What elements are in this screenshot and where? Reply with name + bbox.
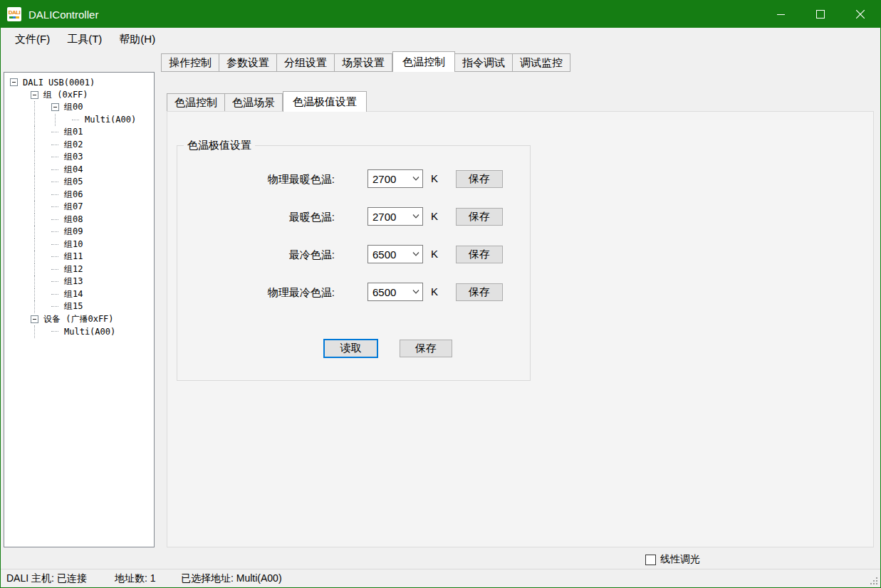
tree-item[interactable]: 组09 xyxy=(4,226,154,238)
tree-label: 组13 xyxy=(64,275,83,288)
tree-item[interactable]: 组12 xyxy=(4,263,154,276)
tree-branch-dash-icon xyxy=(51,231,62,232)
tree-item[interactable]: 设备 (广播0xFF) xyxy=(4,313,154,326)
tree-indent xyxy=(10,176,31,189)
linear-dimming-checkbox[interactable] xyxy=(645,555,656,565)
tree-item[interactable]: Multi(A00) xyxy=(4,114,154,127)
tree-item[interactable]: Multi(A00) xyxy=(4,325,154,338)
tree-label: 组02 xyxy=(64,139,83,151)
row-save-button[interactable]: 保存 xyxy=(456,208,503,226)
field-label: 物理最冷色温: xyxy=(177,286,335,300)
tree-item[interactable]: 组00 xyxy=(4,101,154,114)
tree-label: Multi(A00) xyxy=(64,327,115,337)
maximize-icon[interactable] xyxy=(801,1,840,28)
menu-item-2[interactable]: 帮助(H) xyxy=(110,29,164,50)
menu-item-0[interactable]: 文件(F) xyxy=(6,29,58,50)
row-save-button[interactable]: 保存 xyxy=(456,170,503,188)
tree-indent xyxy=(10,164,31,177)
tree-label: 组12 xyxy=(64,263,83,275)
tree-indent xyxy=(10,275,31,288)
temperature-combo[interactable]: 2700 xyxy=(367,169,423,188)
device-tree: DALI USB(0001)组 (0xFF)组00Multi(A00)组01组0… xyxy=(4,72,155,547)
read-button[interactable]: 读取 xyxy=(323,339,378,358)
tree-item[interactable]: 组11 xyxy=(4,251,154,263)
tree-branch-dash-icon xyxy=(51,194,62,195)
tree-item[interactable]: 组04 xyxy=(4,164,154,177)
tree-item[interactable]: 组02 xyxy=(4,139,154,152)
tree-indent xyxy=(31,164,51,177)
collapse-icon[interactable] xyxy=(10,78,21,86)
app-icon-colorbar xyxy=(9,16,19,19)
tree-label: 组00 xyxy=(64,101,83,113)
tree-item[interactable]: 组03 xyxy=(4,151,154,164)
unit-label: K xyxy=(431,248,438,260)
tree-label: 组10 xyxy=(64,238,83,251)
tree-indent xyxy=(51,114,72,127)
close-icon[interactable] xyxy=(840,1,880,28)
main-tab-0[interactable]: 操作控制 xyxy=(161,53,219,72)
tree-item[interactable]: DALI USB(0001) xyxy=(4,76,154,89)
collapse-icon[interactable] xyxy=(31,91,41,99)
main-tab-5[interactable]: 指令调试 xyxy=(455,53,513,72)
tree-item[interactable]: 组14 xyxy=(4,288,154,301)
tree-item[interactable]: 组07 xyxy=(4,201,154,214)
tree-indent xyxy=(10,126,31,139)
tree-indent xyxy=(10,325,31,338)
tree-label: 组08 xyxy=(64,214,83,226)
form-row: 最暖色温:2700K保存 xyxy=(177,207,530,227)
field-label: 最暖色温: xyxy=(177,211,335,224)
extremes-groupbox: 色温极值设置 读取 保存 物理最暖色温:2700K保存最暖色温:2700K保存最… xyxy=(177,145,531,381)
row-save-button[interactable]: 保存 xyxy=(456,246,503,263)
app-icon-text: DALI xyxy=(9,10,21,16)
collapse-icon[interactable] xyxy=(51,103,62,111)
tree-label: 组04 xyxy=(64,164,83,176)
main-tab-1[interactable]: 参数设置 xyxy=(219,53,277,72)
tree-label: 组03 xyxy=(64,151,83,163)
tree-indent xyxy=(31,238,51,251)
tree-item[interactable]: 组05 xyxy=(4,176,154,189)
tree-indent xyxy=(10,139,31,152)
tree-indent xyxy=(31,176,51,189)
minus-box xyxy=(31,91,38,99)
row-save-button[interactable]: 保存 xyxy=(456,283,503,301)
tree-indent xyxy=(10,101,31,114)
sub-tab-2[interactable]: 色温极值设置 xyxy=(283,91,367,112)
tree-item[interactable]: 组08 xyxy=(4,214,154,226)
menu-item-1[interactable]: 工具(T) xyxy=(58,29,110,50)
tree-item[interactable]: 组06 xyxy=(4,189,154,201)
tree-indent xyxy=(31,101,51,114)
sub-tab-1[interactable]: 色温场景 xyxy=(225,93,283,112)
tree-item[interactable]: 组13 xyxy=(4,275,154,288)
temperature-combo[interactable]: 6500 xyxy=(367,283,423,301)
tree-item[interactable]: 组 (0xFF) xyxy=(4,89,154,102)
combo-value: 2700 xyxy=(368,173,410,185)
tree-branch-dash-icon xyxy=(51,281,62,282)
tree-item[interactable]: 组10 xyxy=(4,238,154,251)
combo-value: 6500 xyxy=(368,286,410,298)
tree-label: 组14 xyxy=(64,288,83,300)
form-row: 最冷色温:6500K保存 xyxy=(177,245,530,265)
tree-item[interactable]: 组01 xyxy=(4,126,154,139)
temperature-combo[interactable]: 6500 xyxy=(367,245,423,263)
tree-indent xyxy=(31,275,51,288)
main-tab-2[interactable]: 分组设置 xyxy=(277,53,335,72)
statusbar: DALI 主机: 已连接 地址数: 1 已选择地址: Multi(A00) xyxy=(1,569,880,587)
tree-indent xyxy=(10,114,31,127)
resize-grip-icon[interactable] xyxy=(869,576,877,584)
tree-indent xyxy=(31,189,51,201)
main-tabstrip: 操作控制参数设置分组设置场景设置色温控制指令调试调试监控 xyxy=(161,51,570,72)
subtab-page-extremes: 色温极值设置 读取 保存 物理最暖色温:2700K保存最暖色温:2700K保存最… xyxy=(167,111,874,547)
tree-label: 组07 xyxy=(64,201,83,213)
sub-tab-0[interactable]: 色温控制 xyxy=(167,93,225,112)
main-tab-4[interactable]: 色温控制 xyxy=(392,51,455,72)
tree-item[interactable]: 组15 xyxy=(4,300,154,313)
temperature-combo[interactable]: 2700 xyxy=(367,207,423,226)
minimize-icon[interactable] xyxy=(761,1,801,28)
collapse-icon[interactable] xyxy=(31,315,41,323)
chevron-down-icon xyxy=(410,252,422,256)
main-tab-6[interactable]: 调试监控 xyxy=(513,53,570,72)
tree-indent xyxy=(31,226,51,238)
tree-label: 组11 xyxy=(64,251,83,263)
save-all-button[interactable]: 保存 xyxy=(400,340,452,357)
main-tab-3[interactable]: 场景设置 xyxy=(335,53,392,72)
